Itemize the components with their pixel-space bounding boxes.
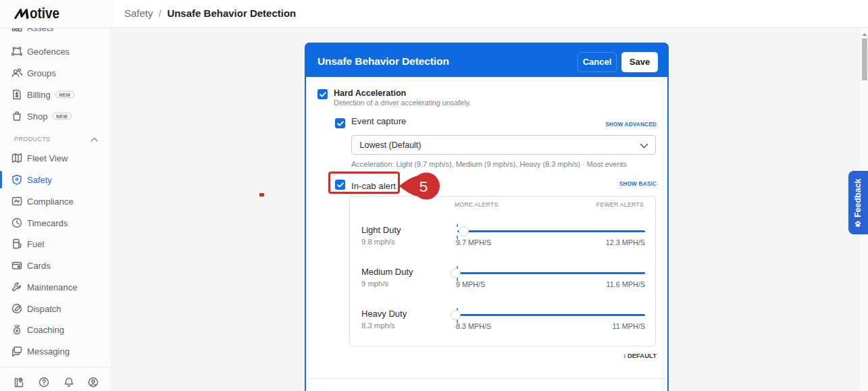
svg-text:5: 5 [419,178,428,195]
svg-text:otive: otive [30,5,59,19]
